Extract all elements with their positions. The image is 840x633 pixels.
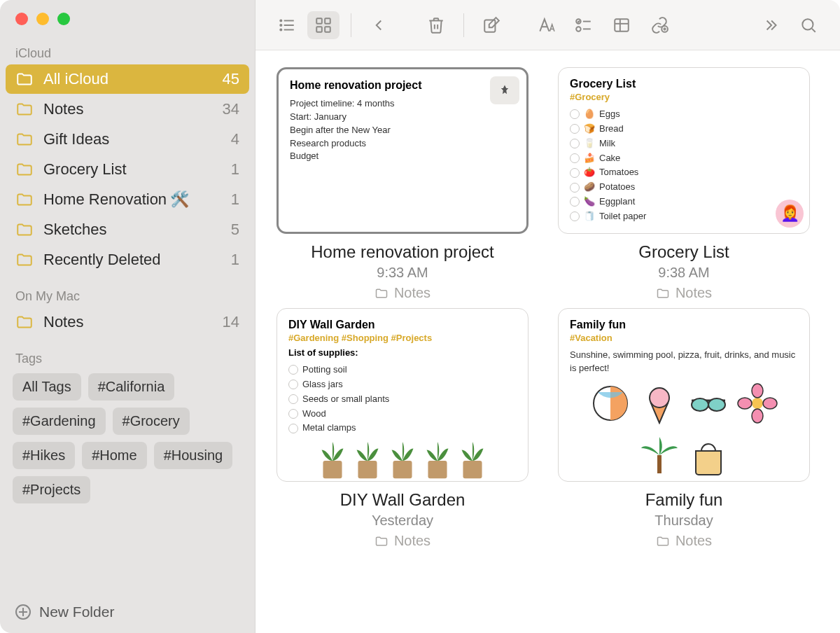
list-icon <box>278 16 296 34</box>
note-diy[interactable]: DIY Wall Garden#Gardening #Shopping #Pro… <box>276 308 528 549</box>
svg-point-35 <box>738 398 752 409</box>
tags-list: All Tags#California#Gardening#Grocery#Hi… <box>0 369 255 508</box>
table-icon <box>612 16 631 34</box>
note-home-reno[interactable]: Home renovation projectProject timeline:… <box>276 67 528 301</box>
tag-alltags[interactable]: All Tags <box>13 373 81 401</box>
tag-projects[interactable]: #Projects <box>13 476 90 503</box>
delete-button[interactable] <box>420 11 452 39</box>
card-body: Sunshine, swimming pool, pizza, fruit, d… <box>570 349 798 375</box>
tag-california[interactable]: #California <box>88 373 175 401</box>
tag-grocery[interactable]: #Grocery <box>113 408 190 435</box>
tag-gardening[interactable]: #Gardening <box>13 408 106 435</box>
bag-icon <box>687 434 729 479</box>
svg-line-22 <box>812 28 816 32</box>
folder-all-icloud[interactable]: All iCloud45 <box>6 64 249 94</box>
back-button[interactable] <box>363 11 395 39</box>
svg-point-21 <box>802 19 813 29</box>
plus-icon <box>15 604 31 620</box>
folder-count: 1 <box>231 251 239 269</box>
chevron-left-icon <box>370 16 388 34</box>
link-button[interactable] <box>643 11 676 39</box>
card-title: Family fun <box>570 319 798 331</box>
minimize-window-button[interactable] <box>36 13 49 25</box>
checklist-item: 🥛Milk <box>570 137 798 151</box>
svg-rect-6 <box>316 18 322 24</box>
palm-tree-icon <box>638 434 680 479</box>
folder-label: Recently Deleted <box>43 251 231 269</box>
main-area: Home renovation projectProject timeline:… <box>255 0 840 633</box>
folder-gift-ideas[interactable]: Gift Ideas4 <box>6 125 249 154</box>
note-grocery[interactable]: Grocery List#Grocery🥚Eggs🍞Bread🥛Milk🍰Cak… <box>558 67 810 301</box>
folder-recently-deleted[interactable]: Recently Deleted1 <box>6 245 249 274</box>
card-subheading: List of supplies: <box>288 347 517 358</box>
note-card[interactable]: Grocery List#Grocery🥚Eggs🍞Bread🥛Milk🍰Cak… <box>558 67 810 234</box>
card-footer-title: Family fun <box>645 490 723 510</box>
folder-home-renovation[interactable]: Home Renovation🛠️1 <box>6 185 249 214</box>
tag-housing[interactable]: #Housing <box>154 442 233 469</box>
note-family[interactable]: Family fun#VacationSunshine, swimming po… <box>558 308 810 549</box>
svg-point-4 <box>280 24 281 25</box>
svg-point-34 <box>752 409 763 423</box>
card-checklist: 🥚Eggs🍞Bread🥛Milk🍰Cake🍅Tomatoes🥔Potatoes🍆… <box>570 108 798 223</box>
card-footer-folder: Notes <box>656 533 712 549</box>
search-button[interactable] <box>792 11 825 39</box>
checklist-item: 🍞Bread <box>570 123 798 136</box>
checklist-item: Glass jars <box>288 378 517 391</box>
folder-notes[interactable]: Notes14 <box>6 307 249 337</box>
note-card[interactable]: Home renovation projectProject timeline:… <box>276 67 528 234</box>
format-button[interactable] <box>530 11 562 39</box>
card-tags: #Gardening #Shopping #Projects <box>288 333 517 343</box>
overflow-button[interactable] <box>755 11 787 39</box>
card-footer-folder: Notes <box>374 285 430 301</box>
folder-count: 1 <box>231 190 239 209</box>
checklist-item: 🥚Eggs <box>570 108 798 121</box>
view-toggle <box>271 11 340 39</box>
grid-icon <box>314 16 332 34</box>
new-note-button[interactable] <box>475 11 507 39</box>
checklist-item: Seeds or small plants <box>288 393 517 406</box>
close-window-button[interactable] <box>15 13 28 25</box>
window-controls <box>0 13 255 42</box>
local-folder-list: Notes14 <box>0 307 255 338</box>
table-button[interactable] <box>606 11 638 39</box>
tag-home[interactable]: #Home <box>82 442 146 469</box>
plants-image <box>277 425 528 481</box>
checklist-item: Potting soil <box>288 363 517 377</box>
note-card[interactable]: DIY Wall Garden#Gardening #Shopping #Pro… <box>276 308 528 482</box>
checklist-item: 🍅Tomatoes <box>570 166 798 179</box>
new-folder-button[interactable]: New Folder <box>0 594 255 633</box>
folder-count: 14 <box>223 313 239 331</box>
sidebar: iCloud All iCloud45Notes34Gift Ideas4Gro… <box>0 0 255 633</box>
folder-label: Notes <box>43 100 223 118</box>
folder-label: Grocery List <box>43 160 231 179</box>
trash-icon <box>427 16 445 34</box>
folder-notes[interactable]: Notes34 <box>6 95 249 124</box>
card-footer-time: 9:38 AM <box>658 265 709 281</box>
list-view-button[interactable] <box>271 11 303 39</box>
card-footer-title: Home renovation project <box>311 242 493 262</box>
folder-label: All iCloud <box>43 70 223 88</box>
gallery-view-button[interactable] <box>307 11 340 39</box>
svg-point-29 <box>650 388 669 408</box>
card-title: Home renovation project <box>290 79 515 92</box>
svg-rect-37 <box>657 455 662 473</box>
card-checklist: Potting soilGlass jarsSeeds or small pla… <box>288 363 517 435</box>
card-footer-folder: Notes <box>656 285 712 301</box>
card-title: DIY Wall Garden <box>288 319 517 331</box>
checklist-button[interactable] <box>568 11 600 39</box>
note-card[interactable]: Family fun#VacationSunshine, swimming po… <box>558 308 810 482</box>
zoom-window-button[interactable] <box>57 13 70 25</box>
folder-label: Sketches <box>43 221 231 239</box>
svg-point-3 <box>280 20 281 21</box>
beach-ball-icon <box>589 382 631 427</box>
folder-sketches[interactable]: Sketches5 <box>6 215 249 244</box>
tag-hikes[interactable]: #Hikes <box>13 442 75 469</box>
toolbar-sep <box>463 13 464 37</box>
folder-grocery-list[interactable]: Grocery List1 <box>6 155 249 184</box>
svg-rect-9 <box>325 27 330 32</box>
folder-label: Notes <box>43 313 223 331</box>
flower-icon <box>736 382 778 427</box>
folder-label: Home Renovation🛠️ <box>43 190 231 209</box>
card-footer-time: Yesterday <box>372 513 433 529</box>
card-tags: #Grocery <box>570 92 798 102</box>
